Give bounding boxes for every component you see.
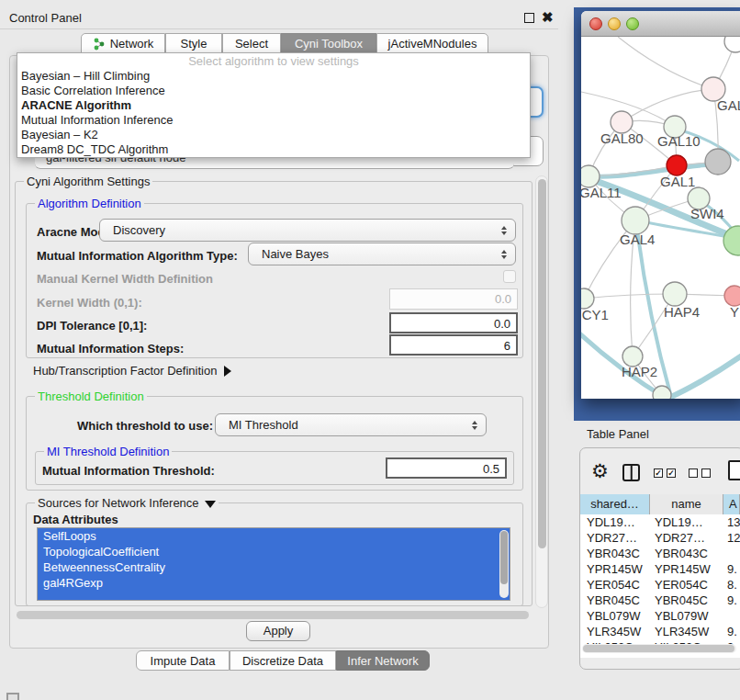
table-cell[interactable]: YLR345W	[580, 624, 650, 639]
tab-network[interactable]: Network	[81, 33, 165, 54]
tab-jactivemnodules[interactable]: jActiveMNodules	[376, 33, 488, 54]
tab-infer-network[interactable]: Infer Network	[336, 650, 430, 671]
mi-threshold-input[interactable]: 0.5	[386, 457, 507, 479]
document-icon[interactable]	[728, 460, 740, 480]
sources-toggle[interactable]: Sources for Network Inference	[35, 496, 219, 510]
scrollbar-thumb[interactable]	[538, 179, 546, 548]
settings-horizontal-scrollbar[interactable]	[15, 610, 533, 620]
network-node[interactable]	[653, 386, 671, 399]
unchecked-checkbox-icon[interactable]	[701, 469, 711, 478]
mi-type-combobox[interactable]: Naive Bayes	[248, 243, 516, 265]
table-cell[interactable]: YLR345W	[650, 624, 723, 639]
table-row[interactable]: YBL079WYBL079W	[580, 608, 740, 624]
table-cell[interactable]: 8.	[723, 577, 740, 593]
table-horizontal-scrollbar[interactable]	[582, 644, 736, 653]
tab-select[interactable]: Select	[222, 33, 281, 54]
network-node-label: HAP4	[664, 304, 700, 320]
kernel-width-input[interactable]: 0.0	[389, 288, 518, 310]
algorithm-option[interactable]: Bayesian – K2	[17, 128, 530, 142]
network-node[interactable]	[663, 282, 687, 306]
data-attributes-list: SelfLoops TopologicalCoefficient Between…	[37, 527, 510, 601]
network-node[interactable]	[667, 155, 687, 175]
scrollbar-thumb[interactable]	[17, 611, 529, 619]
tab-cyni-toolbox[interactable]: Cyni Toolbox	[281, 33, 376, 54]
algorithm-option-selected[interactable]: ARACNE Algorithm	[17, 98, 530, 113]
network-combobox-clipped[interactable]: gal-filtered sif default node	[35, 158, 514, 169]
table-cell[interactable]: YDR27…	[650, 530, 723, 546]
panel-grip[interactable]	[6, 693, 19, 700]
column-header[interactable]: A	[723, 494, 740, 514]
list-item[interactable]: TopologicalCoefficient	[38, 544, 510, 559]
table-cell[interactable]: YBR045C	[650, 593, 723, 608]
minimize-traffic-light-icon[interactable]	[608, 17, 621, 30]
table-cell[interactable]: YDL19…	[580, 514, 650, 530]
column-header[interactable]: shared…	[580, 494, 650, 514]
algorithm-option[interactable]: Basic Correlation Inference	[17, 84, 530, 98]
list-scrollbar[interactable]	[499, 530, 509, 598]
tab-impute-data[interactable]: Impute Data	[136, 650, 230, 671]
algorithm-option[interactable]: Bayesian – Hill Climbing	[17, 69, 530, 84]
scrollbar-thumb[interactable]	[583, 645, 734, 652]
table-cell[interactable]: YDR27…	[580, 530, 650, 546]
checked-checkbox-icon[interactable]: ✓	[654, 469, 663, 478]
tab-style[interactable]: Style	[165, 33, 222, 54]
settings-gear-icon[interactable]: ⚙	[591, 460, 609, 482]
network-canvas[interactable]: GALGAL80GAL10GAL1GAL11SWI4GAL4GCY1HAP4YH…	[581, 37, 740, 399]
table-cell[interactable]: YER054C	[580, 577, 650, 593]
tab-discretize-data[interactable]: Discretize Data	[230, 650, 336, 671]
algorithm-option[interactable]: Dream8 DC_TDC Algorithm	[17, 142, 530, 157]
aracne-mode-combobox[interactable]: Discovery	[99, 219, 516, 242]
list-item[interactable]: BetweennessCentrality	[38, 559, 510, 575]
table-cell[interactable]: 9.	[723, 593, 740, 608]
network-node[interactable]	[705, 149, 731, 175]
hub-definition-toggle[interactable]: Hub/Transcription Factor Definition	[33, 364, 231, 378]
table-row[interactable]: YBR045CYBR045C9.	[580, 593, 740, 608]
table-cell[interactable]: YPR145W	[580, 561, 650, 577]
table-row[interactable]: YDL19…YDL19…13	[580, 514, 740, 530]
which-threshold-combobox[interactable]: MI Threshold	[215, 413, 487, 436]
table-panel-title: Table Panel	[587, 427, 649, 441]
dpi-tolerance-input[interactable]: 0.0	[389, 312, 518, 333]
table-cell[interactable]: YBL079W	[650, 608, 723, 624]
table-row[interactable]: YBR043CYBR043C	[580, 546, 740, 561]
network-node[interactable]	[581, 288, 594, 309]
table-cell[interactable]: YBR043C	[650, 546, 723, 561]
table-cell[interactable]: 12	[723, 530, 740, 546]
table-cell[interactable]: YPR145W	[650, 561, 723, 577]
algorithm-option[interactable]: Mutual Information Inference	[17, 113, 530, 128]
network-node[interactable]	[724, 286, 740, 306]
list-item[interactable]: gal4RGexp	[38, 575, 510, 591]
zoom-traffic-light-icon[interactable]	[626, 17, 639, 30]
settings-vertical-scrollbar[interactable]	[535, 175, 548, 608]
table-cell[interactable]: YDL19…	[650, 514, 723, 530]
table-row[interactable]: YDR27…YDR27…12	[580, 530, 740, 546]
network-node-label: HAP2	[622, 364, 657, 379]
table-cell[interactable]: YER054C	[650, 577, 723, 593]
float-window-icon[interactable]	[524, 13, 534, 23]
table-row[interactable]: YPR145WYPR145W9.	[580, 561, 740, 577]
table-cell[interactable]: 9.	[723, 561, 740, 577]
table-cell[interactable]: YBR043C	[580, 546, 650, 561]
unchecked-checkbox-icon[interactable]	[689, 469, 698, 478]
column-header[interactable]: name	[650, 494, 723, 514]
table-row[interactable]: YER054CYER054C8.	[580, 577, 740, 593]
split-columns-icon[interactable]	[622, 464, 640, 481]
close-icon[interactable]: ✖	[542, 9, 554, 26]
checked-checkbox-icon[interactable]: ✓	[667, 469, 676, 478]
table-cell[interactable]: 9.	[723, 624, 740, 639]
close-traffic-light-icon[interactable]	[589, 17, 602, 30]
network-window-titlebar[interactable]	[581, 11, 740, 37]
mi-threshold-label: Mutual Information Threshold:	[42, 464, 215, 478]
network-node[interactable]	[724, 37, 740, 52]
table-cell[interactable]: YBL079W	[580, 608, 650, 624]
network-node[interactable]	[622, 207, 649, 234]
list-item[interactable]: SelfLoops	[38, 528, 510, 544]
apply-button[interactable]: Apply	[246, 621, 310, 641]
manual-kernel-checkbox[interactable]	[503, 270, 516, 283]
mi-steps-input[interactable]: 6	[389, 334, 518, 356]
table-cell[interactable]: YBR045C	[580, 593, 650, 608]
table-row[interactable]: YLR345WYLR345W9.	[580, 624, 740, 639]
table-cell[interactable]: 13	[723, 514, 740, 530]
table-cell[interactable]	[723, 546, 740, 561]
table-cell[interactable]	[723, 608, 740, 624]
